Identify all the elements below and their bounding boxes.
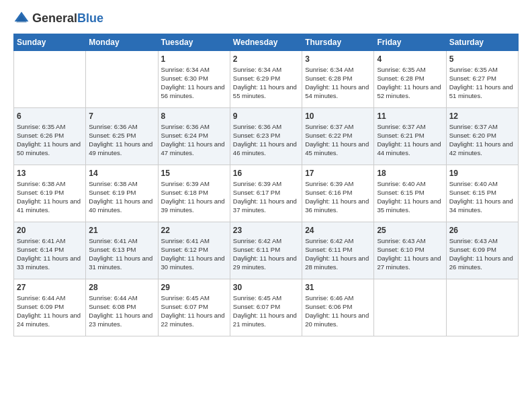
day-number: 10 [305, 111, 371, 122]
day-number: 14 [89, 168, 154, 179]
day-info: Daylight: 11 hours and 40 minutes. [89, 197, 154, 215]
day-info: Sunset: 6:19 PM [89, 189, 154, 197]
day-number: 3 [305, 54, 371, 64]
day-cell: 29Sunrise: 6:45 AMSunset: 6:07 PMDayligh… [158, 279, 230, 336]
day-info: Sunset: 6:17 PM [233, 189, 299, 197]
day-info: Sunrise: 6:45 AM [233, 294, 299, 303]
day-info: Sunrise: 6:34 AM [233, 66, 299, 75]
day-info: Sunrise: 6:43 AM [449, 237, 515, 246]
day-info: Sunrise: 6:42 AM [305, 237, 371, 246]
day-info: Sunrise: 6:39 AM [161, 180, 227, 189]
day-info: Sunrise: 6:39 AM [233, 180, 299, 189]
day-info: Sunset: 6:14 PM [17, 246, 83, 255]
day-info: Daylight: 11 hours and 44 minutes. [377, 140, 443, 158]
day-info: Daylight: 11 hours and 24 minutes. [17, 312, 83, 329]
day-number: 2 [233, 54, 299, 64]
day-info: Sunrise: 6:37 AM [377, 123, 443, 132]
day-info: Sunset: 6:10 PM [377, 246, 443, 255]
day-info: Daylight: 11 hours and 39 minutes. [161, 197, 227, 215]
day-info: Daylight: 11 hours and 31 minutes. [89, 255, 154, 272]
day-info: Sunset: 6:22 PM [305, 132, 371, 140]
day-info: Daylight: 11 hours and 47 minutes. [161, 140, 227, 158]
day-cell: 21Sunrise: 6:41 AMSunset: 6:13 PMDayligh… [86, 222, 158, 279]
day-number: 23 [233, 225, 299, 236]
weekday-header-sunday: Sunday [14, 34, 86, 51]
day-info: Sunset: 6:19 PM [17, 189, 83, 197]
day-info: Daylight: 11 hours and 52 minutes. [377, 83, 443, 101]
day-info: Daylight: 11 hours and 30 minutes. [161, 255, 227, 272]
day-info: Daylight: 11 hours and 35 minutes. [377, 197, 443, 215]
day-info: Daylight: 11 hours and 22 minutes. [161, 312, 227, 329]
day-number: 15 [161, 168, 227, 179]
day-info: Sunset: 6:24 PM [161, 132, 227, 140]
weekday-header-tuesday: Tuesday [158, 34, 230, 51]
day-info: Sunset: 6:28 PM [377, 75, 443, 83]
day-cell: 3Sunrise: 6:34 AMSunset: 6:28 PMDaylight… [302, 51, 374, 108]
day-number: 31 [305, 282, 371, 293]
day-info: Sunrise: 6:35 AM [17, 123, 83, 132]
day-info: Daylight: 11 hours and 55 minutes. [233, 83, 299, 101]
header: GeneralBlue [13, 11, 519, 27]
day-number: 6 [17, 111, 83, 122]
day-info: Sunset: 6:11 PM [305, 246, 371, 255]
day-cell: 30Sunrise: 6:45 AMSunset: 6:07 PMDayligh… [230, 279, 302, 336]
day-number: 13 [17, 168, 83, 179]
day-number: 25 [377, 225, 443, 236]
day-info: Sunrise: 6:38 AM [89, 180, 154, 189]
day-cell: 7Sunrise: 6:36 AMSunset: 6:25 PMDaylight… [86, 108, 158, 165]
week-row-5: 27Sunrise: 6:44 AMSunset: 6:09 PMDayligh… [14, 279, 519, 336]
day-info: Daylight: 11 hours and 27 minutes. [377, 255, 443, 272]
day-info: Sunrise: 6:34 AM [161, 66, 227, 75]
day-info: Sunset: 6:13 PM [89, 246, 154, 255]
day-number: 8 [161, 111, 227, 122]
day-cell: 4Sunrise: 6:35 AMSunset: 6:28 PMDaylight… [374, 51, 446, 108]
day-cell: 22Sunrise: 6:41 AMSunset: 6:12 PMDayligh… [158, 222, 230, 279]
day-info: Daylight: 11 hours and 54 minutes. [305, 83, 371, 101]
day-info: Sunrise: 6:35 AM [449, 66, 515, 75]
day-info: Sunset: 6:09 PM [17, 303, 83, 312]
day-info: Daylight: 11 hours and 45 minutes. [305, 140, 371, 158]
day-cell: 11Sunrise: 6:37 AMSunset: 6:21 PMDayligh… [374, 108, 446, 165]
day-info: Sunset: 6:23 PM [233, 132, 299, 140]
day-info: Daylight: 11 hours and 56 minutes. [161, 83, 227, 101]
day-info: Sunset: 6:09 PM [449, 246, 515, 255]
day-number: 20 [17, 225, 83, 236]
day-info: Daylight: 11 hours and 28 minutes. [305, 255, 371, 272]
day-cell: 18Sunrise: 6:40 AMSunset: 6:15 PMDayligh… [374, 165, 446, 222]
logo-text: GeneralBlue [32, 12, 103, 26]
day-info: Daylight: 11 hours and 34 minutes. [449, 197, 515, 215]
day-info: Sunrise: 6:45 AM [161, 294, 227, 303]
day-info: Sunset: 6:12 PM [161, 246, 227, 255]
day-info: Daylight: 11 hours and 20 minutes. [305, 312, 371, 329]
day-info: Sunrise: 6:44 AM [89, 294, 154, 303]
day-cell: 16Sunrise: 6:39 AMSunset: 6:17 PMDayligh… [230, 165, 302, 222]
day-info: Daylight: 11 hours and 26 minutes. [449, 255, 515, 272]
day-cell [86, 51, 158, 108]
day-info: Sunset: 6:18 PM [161, 189, 227, 197]
day-info: Sunset: 6:16 PM [305, 189, 371, 197]
day-cell: 20Sunrise: 6:41 AMSunset: 6:14 PMDayligh… [14, 222, 86, 279]
day-info: Sunset: 6:15 PM [449, 189, 515, 197]
weekday-header-friday: Friday [374, 34, 446, 51]
day-number: 5 [449, 54, 515, 64]
day-info: Daylight: 11 hours and 21 minutes. [233, 312, 299, 329]
day-info: Sunset: 6:11 PM [233, 246, 299, 255]
day-number: 21 [89, 225, 154, 236]
day-info: Sunset: 6:28 PM [305, 75, 371, 83]
day-info: Sunrise: 6:41 AM [161, 237, 227, 246]
day-cell: 19Sunrise: 6:40 AMSunset: 6:15 PMDayligh… [446, 165, 518, 222]
day-info: Daylight: 11 hours and 23 minutes. [89, 312, 154, 329]
day-info: Sunset: 6:15 PM [377, 189, 443, 197]
day-cell: 15Sunrise: 6:39 AMSunset: 6:18 PMDayligh… [158, 165, 230, 222]
day-info: Sunrise: 6:35 AM [377, 66, 443, 75]
day-info: Sunrise: 6:43 AM [377, 237, 443, 246]
day-cell: 1Sunrise: 6:34 AMSunset: 6:30 PMDaylight… [158, 51, 230, 108]
day-info: Daylight: 11 hours and 41 minutes. [17, 197, 83, 215]
day-info: Daylight: 11 hours and 50 minutes. [17, 140, 83, 158]
day-cell [446, 279, 518, 336]
logo: GeneralBlue [13, 11, 103, 27]
day-info: Sunrise: 6:37 AM [449, 123, 515, 132]
weekday-header-saturday: Saturday [446, 34, 518, 51]
day-number: 11 [377, 111, 443, 122]
calendar-header: SundayMondayTuesdayWednesdayThursdayFrid… [14, 34, 519, 51]
